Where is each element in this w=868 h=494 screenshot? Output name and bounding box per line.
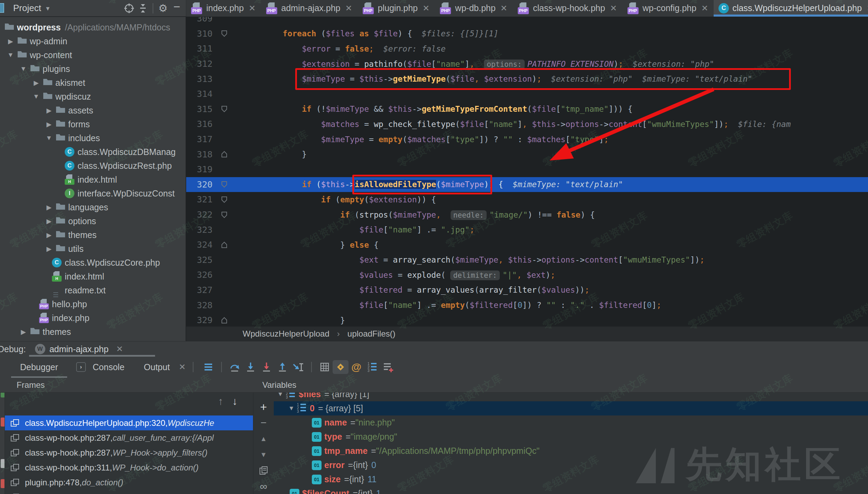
- mentions-icon[interactable]: @: [349, 360, 364, 374]
- stack-frame[interactable]: class-wp-hook.php:311, WP_Hook->do_actio…: [5, 460, 253, 475]
- variable-row-$files[interactable]: ▼123$files= {array} [1]: [274, 393, 868, 401]
- run-to-cursor-icon[interactable]: [290, 360, 306, 374]
- project-dropdown[interactable]: Project: [13, 3, 41, 13]
- tree-item-class.WpdiscuzRest.php[interactable]: Cclass.WpdiscuzRest.php: [0, 159, 186, 173]
- chevron-right-icon[interactable]: ▶: [43, 245, 55, 253]
- tree-item-languages[interactable]: ▶languages: [0, 200, 186, 214]
- resume-icon[interactable]: [1, 393, 5, 397]
- collapse-all-icon[interactable]: [136, 1, 150, 15]
- editor-tab-wp-config.php[interactable]: PHPwp-config.php✕: [623, 0, 714, 17]
- tree-item-plugins[interactable]: ▼plugins: [0, 62, 186, 76]
- code-line-324[interactable]: 324 } else {: [186, 237, 868, 253]
- close-icon[interactable]: ✕: [345, 3, 352, 13]
- tab-console[interactable]: Console: [89, 357, 128, 377]
- tree-item-utils[interactable]: ▶utils: [0, 242, 186, 256]
- stop-icon[interactable]: [1, 418, 5, 427]
- chevron-right-icon[interactable]: ▶: [30, 79, 43, 87]
- tree-item-wordpress[interactable]: wordpress/Applications/MAMP/htdocs: [0, 20, 186, 34]
- tree-item-wpdiscuz[interactable]: ▼wpdiscuz: [0, 90, 186, 103]
- stack-frame[interactable]: plugin.php:478, do_action(): [5, 475, 253, 490]
- code-line-315[interactable]: 315 if (!$mimeType && $this->getMimeType…: [186, 102, 868, 117]
- chevron-down-icon[interactable]: ▼: [43, 134, 55, 142]
- tree-item-wp-admin[interactable]: ▶wp-admin: [0, 34, 186, 48]
- close-icon[interactable]: ✕: [500, 3, 507, 13]
- close-icon[interactable]: ✕: [867, 3, 868, 13]
- editor-tab-plugin.php[interactable]: PHPplugin.php✕: [358, 0, 435, 17]
- breadcrumb-class[interactable]: WpdiscuzHelperUpload: [243, 329, 329, 339]
- prev-frame-icon[interactable]: ↑: [218, 395, 223, 407]
- settings-icon[interactable]: ⚙: [156, 1, 170, 15]
- stack-frame[interactable]: class-wp-hook.php:287, call_user_func_ar…: [5, 430, 253, 445]
- breadcrumb-method[interactable]: uploadFiles(): [347, 329, 396, 339]
- chevron-down-icon[interactable]: ▼: [275, 393, 286, 398]
- variable-row-type[interactable]: 01type= "image/png": [274, 430, 868, 444]
- close-icon[interactable]: ✕: [423, 3, 430, 13]
- tree-item-themes[interactable]: ▶themes: [0, 325, 186, 339]
- chevron-right-icon[interactable]: ▶: [43, 231, 55, 239]
- threads-icon[interactable]: [200, 360, 216, 374]
- close-icon[interactable]: ✕: [248, 3, 255, 13]
- tool-window-icon[interactable]: [0, 3, 4, 13]
- next-frame-icon[interactable]: ↓: [232, 395, 237, 407]
- stack-frame[interactable]: class-wp-hook.php:287, WP_Hook->apply_fi…: [5, 445, 253, 460]
- tab-output[interactable]: Output: [141, 357, 173, 377]
- tab-debugger[interactable]: Debugger: [17, 357, 62, 377]
- editor-tab-admin-ajax.php[interactable]: PHPadmin-ajax.php✕: [261, 0, 358, 17]
- pause-icon[interactable]: [1, 459, 5, 468]
- editor-tab-index.php[interactable]: PHPindex.php✕: [186, 0, 261, 17]
- chevron-right-icon[interactable]: ▶: [43, 120, 55, 128]
- debug-session-tab[interactable]: admin-ajax.php: [49, 344, 109, 354]
- code-line-314[interactable]: 314: [186, 86, 868, 102]
- code-line-320[interactable]: 320 if ($this->isAllowedFileType($mimeTy…: [186, 177, 868, 192]
- code-line-322[interactable]: 322 if (strpos($mimeType, needle:"image/…: [186, 207, 868, 222]
- code-line-328[interactable]: 328 $file["name"] .= empty($filtered[0])…: [186, 298, 868, 313]
- move-down-icon[interactable]: ▼: [253, 447, 274, 463]
- code-line-327[interactable]: 327 $filtered = array_values(array_filte…: [186, 283, 868, 298]
- step-over-icon[interactable]: [227, 360, 243, 374]
- code-line-326[interactable]: 326 $values = explode( delimiter:"|", $e…: [186, 267, 868, 283]
- code-line-317[interactable]: 317 $mimeType = empty($matches["type"]) …: [186, 132, 868, 147]
- stack-frame[interactable]: class.WpdiscuzHelperUpload.php:320, Wpdi…: [5, 415, 253, 430]
- close-icon[interactable]: ✕: [116, 344, 123, 354]
- move-up-icon[interactable]: ▲: [253, 431, 274, 447]
- code-line-319[interactable]: 319: [186, 162, 868, 177]
- remove-icon[interactable]: −: [253, 415, 274, 431]
- chevron-right-icon[interactable]: ▶: [17, 328, 30, 336]
- variable-row-error[interactable]: 01error= {int}0: [274, 458, 868, 472]
- tree-item-readme.txt[interactable]: readme.txt: [0, 283, 186, 297]
- code-line-312[interactable]: 312 $extension = pathinfo($file["name"],…: [186, 56, 868, 72]
- stack-frame[interactable]: admin-ajax.php:175, {main}(): [5, 490, 253, 494]
- chevron-right-icon[interactable]: ▶: [4, 37, 17, 45]
- chevron-down-icon[interactable]: ▼: [30, 93, 43, 100]
- chevron-right-icon[interactable]: ▶: [43, 107, 55, 115]
- close-icon[interactable]: ✕: [701, 3, 708, 13]
- chevron-down-icon[interactable]: ▼: [286, 405, 297, 412]
- code-line-325[interactable]: 325 $ext = array_search($mimeType, $this…: [186, 253, 868, 268]
- add-watch-icon[interactable]: [380, 360, 396, 374]
- code-line-311[interactable]: 311 $error = false; $error: false: [186, 41, 868, 56]
- locate-icon[interactable]: [122, 1, 136, 15]
- tree-item-forms[interactable]: ▶forms: [0, 117, 186, 131]
- tree-item-includes[interactable]: ▼includes: [0, 131, 186, 145]
- tree-item-index.html[interactable]: Hindex.html: [0, 269, 186, 283]
- code-line-321[interactable]: 321 if (empty($extension)) {: [186, 192, 868, 207]
- tree-item-index.php[interactable]: PHPindex.php: [0, 311, 186, 325]
- chevron-down-icon[interactable]: ▼: [17, 65, 30, 73]
- code-line-309[interactable]: 309: [186, 17, 868, 26]
- code-line-329[interactable]: 329 }: [186, 313, 868, 327]
- close-icon[interactable]: ✕: [179, 362, 186, 372]
- tree-item-akismet[interactable]: ▶akismet: [0, 76, 186, 90]
- tree-item-class.WpdiscuzDBManag[interactable]: Cclass.WpdiscuzDBManag: [0, 145, 186, 159]
- copy-frames-icon[interactable]: [253, 463, 274, 478]
- force-step-into-icon[interactable]: [259, 360, 274, 374]
- variable-row-0[interactable]: ▼1230= {array} [5]: [274, 401, 868, 415]
- step-out-icon[interactable]: [274, 360, 290, 374]
- code-line-316[interactable]: 316 $matches = wp_check_filetype($file["…: [186, 117, 868, 132]
- add-icon[interactable]: +: [253, 399, 274, 415]
- editor-tab-class-wp-hook.php[interactable]: PHPclass-wp-hook.php✕: [513, 0, 623, 17]
- variable-row-size[interactable]: 01size= {int}11: [274, 472, 868, 486]
- tree-item-assets[interactable]: ▶assets: [0, 103, 186, 117]
- show-execution-point-icon[interactable]: 123: [364, 360, 380, 374]
- chevron-right-icon[interactable]: ▶: [43, 217, 55, 225]
- step-into-icon[interactable]: [243, 360, 259, 374]
